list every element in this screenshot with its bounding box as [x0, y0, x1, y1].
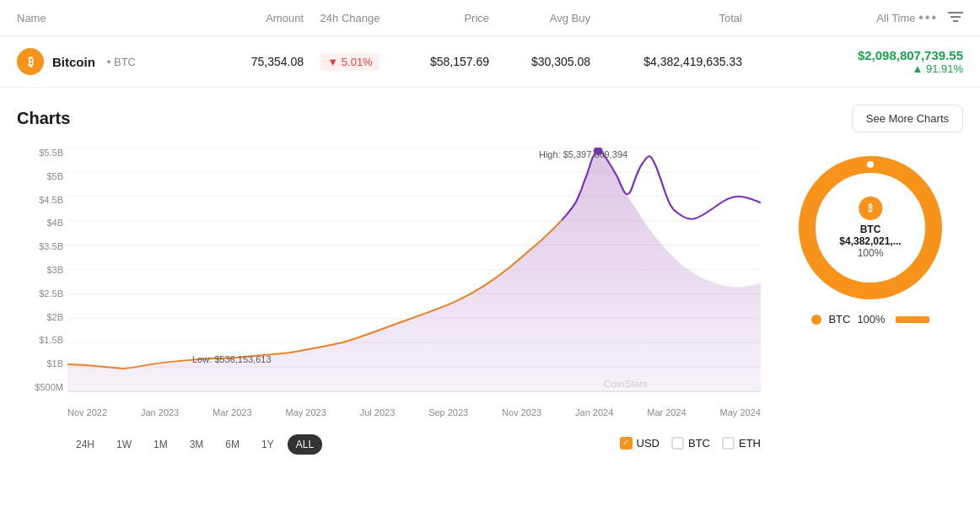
y-axis: $5.5B $5B $4.5B $4B $3.5B $3B $2.5B $2B …: [17, 148, 63, 392]
coin-change: ▼ 5.01%: [304, 53, 396, 71]
coin-alltime: $2,098,807,739.55 ▲ 91.91%: [742, 48, 963, 75]
legend-pct: 100%: [857, 313, 885, 326]
col-header-total: Total: [590, 12, 742, 24]
line-chart-wrap: $5.5B $5B $4.5B $4B $3.5B $3B $2.5B $2B …: [17, 148, 761, 417]
col-header-alltime: All Time •••: [742, 10, 938, 25]
table-row[interactable]: ₿ Bitcoin • BTC 75,354.08 ▼ 5.01% $58,15…: [0, 36, 980, 88]
donut-pct: 100%: [858, 247, 884, 259]
coin-avgbuy: $30,305.08: [489, 55, 590, 68]
coin-ticker: • BTC: [107, 56, 136, 68]
x-label-2: Mar 2023: [213, 407, 251, 417]
donut-chart-container: ₿ BTC $4,382,021,... 100% BTC 100%: [778, 148, 963, 455]
x-label-8: Mar 2024: [647, 407, 686, 417]
x-label-9: May 2024: [720, 407, 761, 417]
x-label-7: Jan 2024: [575, 407, 613, 417]
time-all-button[interactable]: ALL: [288, 434, 322, 455]
see-more-charts-button[interactable]: See More Charts: [852, 105, 963, 132]
filter-icon[interactable]: [938, 11, 963, 25]
charts-body: $5.5B $5B $4.5B $4B $3.5B $3B $2.5B $2B …: [17, 148, 963, 455]
coin-amount: 75,354.08: [202, 55, 304, 68]
y-label-9: $1B: [17, 358, 63, 369]
alltime-menu-icon[interactable]: •••: [918, 10, 938, 24]
x-label-1: Jan 2023: [141, 407, 179, 417]
charts-title: Charts: [17, 109, 70, 128]
chart-svg: CoinStats: [67, 148, 761, 391]
donut-amount: $4,382,021,...: [839, 235, 901, 247]
coin-price: $58,157.69: [396, 55, 489, 68]
charts-section: Charts See More Charts $5.5B $5B $4.5B $…: [0, 88, 980, 463]
col-header-avgbuy: Avg Buy: [489, 12, 590, 24]
x-label-6: Nov 2023: [502, 407, 541, 417]
chart-svg-area: High: $5,397,869,394 Low: $536,153,613: [67, 148, 761, 392]
currency-eth-option[interactable]: ETH: [722, 437, 761, 450]
legend-row: BTC 100%: [811, 313, 929, 326]
x-axis: Nov 2022 Jan 2023 Mar 2023 May 2023 Jul …: [67, 396, 761, 417]
donut-btc-icon: ₿: [859, 197, 882, 220]
donut-chart: ₿ BTC $4,382,021,... 100%: [799, 156, 942, 299]
y-label-10: $500M: [17, 382, 63, 392]
y-label-2: $4.5B: [17, 195, 63, 205]
currency-btc-label: BTC: [688, 437, 710, 450]
coin-name: Bitcoin: [52, 55, 95, 69]
y-label-8: $1.5B: [17, 335, 63, 345]
currency-btc-option[interactable]: BTC: [671, 437, 710, 450]
currency-usd-checkbox[interactable]: [620, 437, 633, 450]
y-label-0: $5.5B: [17, 148, 63, 158]
y-label-5: $3B: [17, 265, 63, 275]
y-label-7: $2B: [17, 312, 63, 322]
x-label-5: Sep 2023: [428, 407, 468, 417]
donut-center: ₿ BTC $4,382,021,... 100%: [839, 197, 901, 259]
change-badge: ▼ 5.01%: [320, 53, 379, 71]
col-header-name: Name: [17, 12, 202, 24]
time-3m-button[interactable]: 3M: [181, 434, 213, 455]
alltime-value: $2,098,807,739.55: [742, 48, 963, 62]
svg-point-16: [867, 161, 874, 168]
x-label-4: Jul 2023: [360, 407, 396, 417]
time-24h-button[interactable]: 24H: [67, 434, 103, 455]
bitcoin-icon: ₿: [17, 48, 44, 75]
time-1m-button[interactable]: 1M: [145, 434, 176, 455]
y-label-4: $3.5B: [17, 241, 63, 251]
line-chart-container: $5.5B $5B $4.5B $4B $3.5B $3B $2.5B $2B …: [17, 148, 761, 455]
legend-bar: [896, 316, 929, 323]
alltime-pct: ▲ 91.91%: [742, 62, 963, 75]
alltime-label: All Time: [876, 12, 915, 24]
y-label-6: $2.5B: [17, 288, 63, 299]
currency-controls: USD BTC ETH: [620, 437, 761, 450]
svg-text:CoinStats: CoinStats: [604, 380, 648, 389]
y-label-3: $4B: [17, 218, 63, 228]
currency-usd-label: USD: [637, 437, 660, 450]
time-1y-button[interactable]: 1Y: [253, 434, 283, 455]
x-label-0: Nov 2022: [67, 407, 107, 417]
charts-header: Charts See More Charts: [17, 105, 963, 132]
currency-eth-label: ETH: [739, 437, 761, 450]
currency-btc-checkbox[interactable]: [671, 437, 684, 450]
time-6m-button[interactable]: 6M: [217, 434, 248, 455]
donut-value: BTC: [860, 223, 881, 235]
coin-name-cell: ₿ Bitcoin • BTC: [17, 48, 202, 75]
legend-dot: [811, 315, 821, 325]
currency-usd-option[interactable]: USD: [620, 437, 660, 450]
time-1w-button[interactable]: 1W: [108, 434, 140, 455]
legend-label: BTC: [828, 313, 850, 326]
col-header-amount: Amount: [202, 12, 304, 24]
currency-eth-checkbox[interactable]: [722, 437, 735, 450]
chart-annotation-high: High: $5,397,869,394: [539, 149, 627, 159]
y-label-1: $5B: [17, 171, 63, 181]
coin-total: $4,382,419,635.33: [590, 55, 742, 68]
chart-annotation-low: Low: $536,153,613: [192, 354, 272, 364]
col-header-price: Price: [396, 12, 489, 24]
time-controls: 24H 1W 1M 3M 6M 1Y ALL: [67, 434, 322, 455]
x-label-3: May 2023: [285, 407, 326, 417]
table-header: Name Amount 24h Change Price Avg Buy Tot…: [0, 0, 980, 36]
col-header-change: 24h Change: [304, 12, 396, 24]
